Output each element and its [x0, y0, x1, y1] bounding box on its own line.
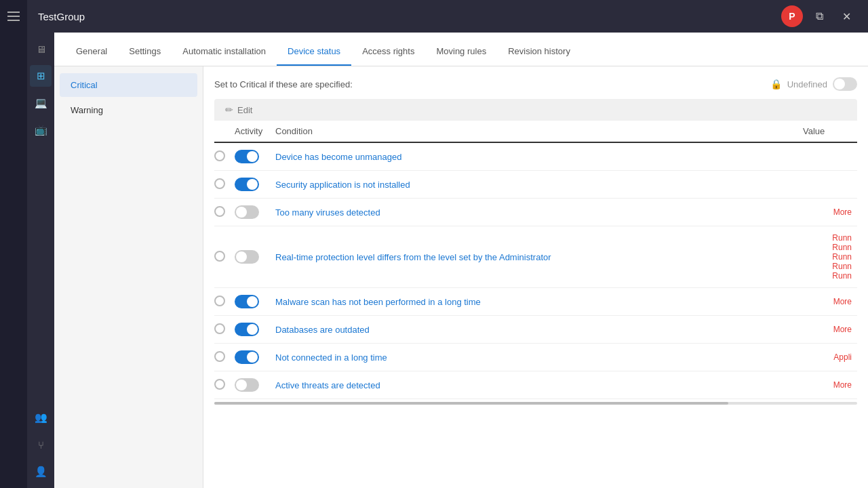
sidebar-icon-person[interactable]: 👤: [30, 461, 52, 483]
topbar: TestGroup P ⧉ ✕: [27, 0, 868, 33]
sidebar-icon-users[interactable]: 👥: [30, 407, 52, 428]
content-header: Set to Critical if these are specified: …: [214, 77, 857, 91]
condition-text-7: Active threats are detected: [275, 380, 380, 390]
sidebar-icon-layers[interactable]: ⊞: [30, 65, 52, 87]
row-radio-4[interactable]: [214, 296, 225, 306]
nav-item-warning[interactable]: Warning: [60, 98, 197, 122]
value-text-3: Runn: [803, 233, 852, 243]
tab-settings[interactable]: Settings: [118, 38, 172, 66]
value-text-5: More: [803, 325, 852, 334]
row-toggle-2[interactable]: [235, 205, 259, 219]
close-button[interactable]: ✕: [835, 5, 857, 27]
sidebar-icon-desktop[interactable]: 💻: [30, 92, 52, 114]
row-toggle-3[interactable]: [235, 250, 259, 264]
condition-text-4: Malware scan has not been performed in a…: [275, 297, 481, 307]
table-row: Databases are outdatedMore: [214, 316, 857, 344]
value-text-3: Runn: [803, 271, 852, 281]
value-text-2: More: [803, 207, 852, 217]
body-layout: Critical Warning Set to Critical if thes…: [54, 66, 868, 488]
content-area: 🖥 ⊞ 💻 📺 👥 ⑂ 👤 General Settings Automatic…: [27, 33, 868, 488]
table-row: Too many viruses detectedMore: [214, 199, 857, 226]
row-radio-7[interactable]: [214, 379, 225, 390]
hamburger-menu[interactable]: [3, 5, 24, 27]
sidebar-icon-monitor[interactable]: 🖥: [30, 38, 52, 60]
col-header-radio: [214, 121, 235, 142]
undefined-label: Undefined: [787, 79, 827, 89]
row-radio-1[interactable]: [214, 178, 225, 189]
row-toggle-4[interactable]: [235, 295, 259, 308]
condition-text-3: Real-time protection level differs from …: [275, 252, 551, 262]
right-content: Set to Critical if these are specified: …: [203, 66, 868, 488]
condition-text-5: Databases are outdated: [275, 325, 370, 335]
value-text-3: Runn: [803, 243, 852, 252]
tab-revision-history[interactable]: Revision history: [497, 38, 581, 66]
col-header-condition: Condition: [275, 121, 803, 142]
left-nav: Critical Warning: [54, 66, 203, 488]
nav-item-critical[interactable]: Critical: [60, 73, 197, 97]
tab-automatic-installation[interactable]: Automatic installation: [172, 38, 277, 66]
row-toggle-5[interactable]: [235, 323, 259, 336]
table-row: Malware scan has not been performed in a…: [214, 288, 857, 316]
content-header-title: Set to Critical if these are specified:: [214, 79, 353, 89]
lock-icon: 🔒: [770, 79, 782, 89]
critical-toggle[interactable]: [833, 77, 857, 91]
condition-text-1: Security application is not installed: [275, 180, 410, 190]
value-text-3: Runn: [803, 252, 852, 262]
value-text-6: Appli: [803, 352, 852, 362]
condition-text-0: Device has become unmanaged: [275, 152, 401, 162]
pencil-icon: ✏: [225, 104, 233, 115]
tab-moving-rules[interactable]: Moving rules: [425, 38, 497, 66]
icon-sidebar: 🖥 ⊞ 💻 📺 👥 ⑂ 👤: [27, 33, 54, 488]
table-row: Device has become unmanaged: [214, 142, 857, 171]
value-text-4: More: [803, 297, 852, 306]
edit-label[interactable]: Edit: [237, 105, 252, 115]
table-row: Active threats are detectedMore: [214, 371, 857, 399]
value-text-3: Runn: [803, 262, 852, 271]
window-icon-button[interactable]: ⧉: [808, 5, 830, 27]
tab-general[interactable]: General: [65, 38, 118, 66]
scroll-thumb: [214, 402, 728, 405]
value-text-7: More: [803, 380, 852, 390]
sidebar-icon-tv[interactable]: 📺: [30, 119, 52, 141]
row-toggle-6[interactable]: [235, 350, 259, 364]
conditions-table: Activity Condition Value Device has beco…: [214, 121, 857, 399]
tabs-bar: General Settings Automatic installation …: [54, 33, 868, 66]
tab-access-rights[interactable]: Access rights: [351, 38, 425, 66]
app-title: TestGroup: [38, 11, 85, 22]
edit-bar: ✏ Edit: [214, 99, 857, 121]
main-panel: General Settings Automatic installation …: [54, 33, 868, 488]
row-toggle-7[interactable]: [235, 378, 259, 392]
row-radio-0[interactable]: [214, 150, 225, 161]
sidebar-icon-branch[interactable]: ⑂: [30, 434, 52, 455]
condition-text-2: Too many viruses detected: [275, 207, 380, 218]
topbar-actions: P ⧉ ✕: [781, 5, 857, 27]
col-header-value: Value: [803, 121, 857, 142]
row-radio-6[interactable]: [214, 351, 225, 362]
row-radio-5[interactable]: [214, 323, 225, 334]
row-toggle-1[interactable]: [235, 178, 259, 191]
table-row: Not connected in a long timeAppli: [214, 344, 857, 371]
user-avatar[interactable]: P: [781, 5, 803, 27]
table-row: Security application is not installed: [214, 171, 857, 199]
row-radio-3[interactable]: [214, 251, 225, 262]
app-sidebar: [0, 0, 27, 488]
col-header-activity: Activity: [235, 121, 275, 142]
row-radio-2[interactable]: [214, 206, 225, 217]
table-row: Real-time protection level differs from …: [214, 226, 857, 288]
tab-device-status[interactable]: Device status: [277, 38, 351, 66]
main-wrapper: TestGroup P ⧉ ✕ 🖥 ⊞ 💻 📺 👥 ⑂ 👤 General Se…: [27, 0, 868, 488]
row-toggle-0[interactable]: [235, 150, 259, 163]
header-right: 🔒 Undefined: [770, 77, 857, 91]
scroll-hint: [214, 402, 857, 405]
condition-text-6: Not connected in a long time: [275, 352, 387, 363]
